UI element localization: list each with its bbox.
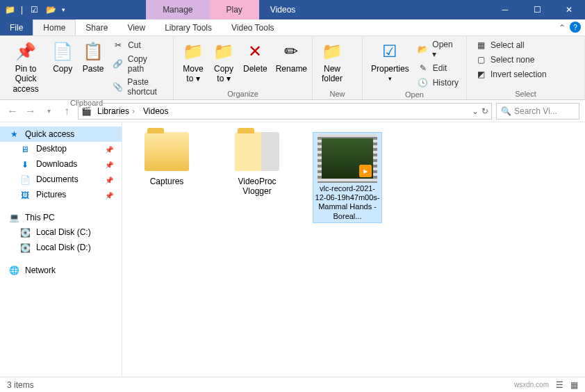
address-bar[interactable]: 🎬 Libraries › Videos ⌄ ↻ — [78, 103, 492, 120]
rename-icon: ✏ — [280, 40, 302, 63]
sidebar-quick-access[interactable]: ★Quick access — [0, 126, 122, 142]
star-icon: ★ — [8, 129, 19, 140]
sidebar-disk-d[interactable]: 💽Local Disk (D:) — [0, 240, 122, 256]
documents-icon: 📄 — [19, 174, 31, 186]
back-button[interactable]: ← — [6, 104, 19, 118]
sidebar-pictures[interactable]: 🖼Pictures📌 — [0, 188, 122, 203]
app-icon: 📁 — [4, 4, 15, 15]
paste-shortcut-button[interactable]: 📎Paste shortcut — [110, 76, 167, 97]
forward-button[interactable]: → — [24, 104, 38, 118]
shortcut-icon: 📎 — [113, 81, 123, 92]
pin-quick-access-button[interactable]: 📌 Pin to Quick access — [6, 39, 46, 95]
pin-icon: 📌 — [105, 192, 113, 199]
navigation-pane: ★Quick access 🖥Desktop📌 ⬇Downloads📌 📄Doc… — [0, 122, 122, 377]
group-label-organize: Organize — [179, 88, 306, 98]
folder-captures[interactable]: Captures — [132, 132, 201, 186]
recent-dropdown[interactable]: ▾ — [42, 104, 56, 118]
sidebar-disk-c[interactable]: 💽Local Disk (C:) — [0, 225, 122, 240]
video-thumbnail: ▶ — [318, 134, 377, 183]
watermark: wsxdn.com — [514, 381, 549, 389]
context-tab-play[interactable]: Play — [210, 0, 259, 19]
tab-view[interactable]: View — [117, 19, 155, 35]
downloads-icon: ⬇ — [19, 159, 31, 170]
tab-share[interactable]: Share — [76, 19, 117, 35]
paste-icon: 📋 — [82, 40, 104, 63]
delete-button[interactable]: ✕Delete — [240, 39, 270, 75]
location-icon: 🎬 — [81, 106, 92, 116]
desktop-icon: 🖥 — [19, 144, 31, 155]
pin-icon: 📌 — [105, 177, 113, 184]
crumb-libraries[interactable]: Libraries › — [94, 106, 138, 116]
qat-folder-icon[interactable]: 📂 — [45, 4, 56, 15]
edit-button[interactable]: ✎Edit — [415, 62, 461, 74]
invert-icon: ◩ — [475, 69, 486, 80]
copy-to-button[interactable]: 📁Copy to ▾ — [210, 39, 238, 85]
folder-icon — [145, 132, 189, 171]
select-none-button[interactable]: ▢Select none — [472, 54, 550, 66]
tab-video-tools[interactable]: Video Tools — [222, 19, 284, 35]
addr-dropdown-icon[interactable]: ⌄ — [472, 106, 479, 116]
copy-icon: 📄 — [51, 40, 74, 63]
minimize-button[interactable]: ─ — [489, 0, 521, 19]
refresh-button[interactable]: ↻ — [481, 106, 488, 116]
move-to-button[interactable]: 📁Move to ▾ — [179, 39, 207, 85]
disk-icon: 💽 — [19, 227, 31, 238]
history-icon: 🕓 — [418, 77, 429, 88]
select-all-icon: ▦ — [475, 40, 486, 51]
open-button[interactable]: 📂Open ▾ — [415, 39, 461, 60]
folder-icon — [235, 132, 279, 171]
cut-button[interactable]: ✂Cut — [110, 39, 167, 51]
move-icon: 📁 — [182, 40, 204, 63]
sidebar-this-pc[interactable]: 💻This PC — [0, 210, 122, 225]
video-file[interactable]: ▶ vlc-record-2021-12-06-19h47m00s-Mammal… — [313, 132, 382, 223]
pictures-icon: 🖼 — [19, 190, 31, 201]
new-folder-icon: 📁 — [321, 40, 343, 63]
tab-home[interactable]: Home — [33, 19, 76, 35]
pin-icon: 📌 — [15, 40, 37, 63]
qat-dropdown-icon[interactable]: ▾ — [62, 6, 65, 13]
select-none-icon: ▢ — [475, 54, 486, 65]
edit-icon: ✎ — [418, 63, 429, 74]
pc-icon: 💻 — [8, 212, 19, 223]
history-button[interactable]: 🕓History — [415, 76, 461, 89]
folder-videoproc[interactable]: VideoProc Vlogger — [222, 132, 292, 196]
delete-icon: ✕ — [244, 40, 266, 63]
search-input[interactable]: 🔍 Search Vi... — [496, 103, 579, 120]
open-icon: 📂 — [418, 44, 429, 55]
view-details-button[interactable]: ☰ — [556, 380, 563, 390]
help-button[interactable]: ? — [570, 22, 581, 33]
group-label-select: Select — [472, 88, 579, 98]
sidebar-downloads[interactable]: ⬇Downloads📌 — [0, 157, 122, 172]
properties-button[interactable]: ☑Properties▾ — [368, 39, 412, 84]
network-icon: 🌐 — [8, 265, 19, 276]
collapse-ribbon-icon[interactable]: ⌃ — [559, 23, 566, 33]
disk-icon: 💽 — [19, 243, 31, 254]
up-button[interactable]: ↑ — [60, 104, 74, 118]
sidebar-documents[interactable]: 📄Documents📌 — [0, 172, 122, 188]
properties-icon: ☑ — [379, 40, 401, 63]
file-list[interactable]: Captures VideoProc Vlogger ▶ vlc-record-… — [122, 122, 585, 377]
rename-button[interactable]: ✏Rename — [273, 39, 310, 75]
group-label-open: Open — [368, 89, 461, 99]
maximize-button[interactable]: ☐ — [521, 0, 553, 19]
crumb-videos[interactable]: Videos — [140, 106, 171, 116]
group-label-new: New — [318, 88, 356, 98]
select-all-button[interactable]: ▦Select all — [472, 39, 550, 51]
cut-icon: ✂ — [113, 40, 124, 51]
qat-props-icon[interactable]: ☑ — [28, 4, 40, 15]
copy-button[interactable]: 📄 Copy — [49, 39, 76, 75]
close-button[interactable]: ✕ — [553, 0, 585, 19]
tab-library-tools[interactable]: Library Tools — [155, 19, 222, 35]
new-folder-button[interactable]: 📁New folder — [318, 39, 346, 85]
copy-path-button[interactable]: 🔗Copy path — [110, 54, 167, 74]
view-icons-button[interactable]: ▦ — [570, 380, 578, 390]
window-title: Videos — [259, 5, 489, 15]
paste-button[interactable]: 📋 Paste — [79, 39, 107, 75]
status-item-count: 3 items — [7, 380, 34, 390]
tab-file[interactable]: File — [0, 19, 33, 35]
sidebar-desktop[interactable]: 🖥Desktop📌 — [0, 142, 122, 157]
invert-selection-button[interactable]: ◩Invert selection — [472, 68, 550, 81]
sidebar-network[interactable]: 🌐Network — [0, 263, 122, 278]
qat-divider: | — [21, 5, 23, 15]
context-tab-manage[interactable]: Manage — [146, 0, 209, 19]
